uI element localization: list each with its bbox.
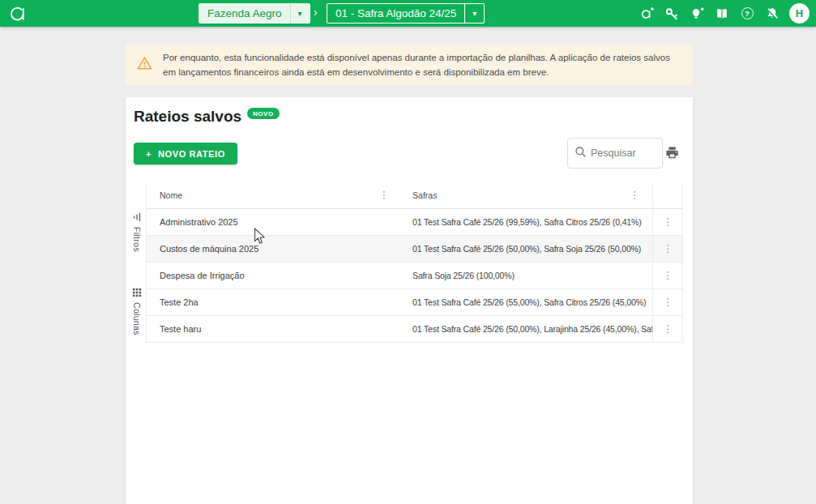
search-input[interactable] [591,147,656,159]
warning-banner: Por enquanto, esta funcionalidade está d… [126,45,693,85]
rateios-table: Nome ⋮ Safras ⋮ Administrativo 2025 01 T… [146,182,683,343]
column-header-safras: Safras ⋮ [397,182,652,208]
row-actions-cell: ⋮ [652,209,682,235]
appbar-icon-group: ? H [639,0,810,27]
columns-grid-icon [132,288,142,297]
idea-icon[interactable] [689,6,705,22]
table-row[interactable]: Teste haru 01 Test Safra Café 25/26 (50,… [147,316,682,343]
row-menu-icon[interactable]: ⋮ [663,244,673,254]
card-title-row: Rateios salvos NOVO [134,108,280,126]
help-icon[interactable]: ? [739,6,755,22]
app-header: Fazenda Aegro ▾ › 01 - Safra Algodão 24/… [0,0,816,27]
aegro-logo-icon[interactable] [7,2,28,27]
table-body: Administrativo 2025 01 Test Safra Café 2… [147,209,682,343]
row-safras-cell: 01 Test Safra Café 25/26 (99,59%), Safra… [397,209,652,235]
row-actions-cell: ⋮ [652,236,682,262]
row-menu-icon[interactable]: ⋮ [663,217,673,228]
column-menu-icon[interactable]: ⋮ [630,190,640,201]
row-nome-cell: Despesa de Irrigação [147,263,397,288]
novo-badge: NOVO [247,108,280,119]
row-safras-cell: 01 Test Safra Café 25/26 (55,00%), Safra… [397,289,652,315]
row-safras-cell: 01 Test Safra Café 25/26 (50,00%), Safra… [397,236,652,262]
notifications-muted-icon[interactable] [764,6,780,22]
column-header-actions [652,182,682,208]
table-row[interactable]: Teste 2ha 01 Test Safra Café 25/26 (55,0… [147,289,682,316]
page: Fazenda Aegro ▾ › 01 - Safra Algodão 24/… [0,0,816,504]
breadcrumb-separator: › [314,6,318,19]
new-rateio-button[interactable]: + NOVO RATEIO [134,143,237,164]
row-actions-cell: ⋮ [652,289,682,315]
warning-icon [137,56,152,74]
invite-icon[interactable] [639,6,655,22]
row-safras-cell: 01 Test Safra Café 25/26 (50,00%), Laraj… [397,316,652,342]
column-menu-icon[interactable]: ⋮ [379,190,390,201]
column-label: Safras [412,190,437,200]
table-row[interactable]: Administrativo 2025 01 Test Safra Café 2… [147,209,682,236]
column-header-nome: Nome ⋮ [147,182,397,208]
chevron-down-icon[interactable]: ▾ [464,4,484,23]
row-menu-icon[interactable]: ⋮ [663,324,673,335]
new-rateio-label: NOVO RATEIO [158,149,225,159]
warning-text: Por enquanto, esta funcionalidade está d… [163,50,675,79]
harvest-selector[interactable]: 01 - Safra Algodão 24/25 ▾ [327,3,485,23]
search-box [567,138,663,169]
help-glyph: ? [741,7,754,19]
row-nome-cell: Teste 2ha [147,289,397,315]
plus-icon: + [146,149,152,159]
key-icon[interactable] [664,6,680,22]
farm-selector[interactable]: Fazenda Aegro ▾ [199,3,310,23]
chevron-down-icon[interactable]: ▾ [290,4,310,23]
print-button[interactable] [665,146,679,163]
sidebar-tab-filtros[interactable]: Filtros [126,212,147,252]
page-title: Rateios salvos [134,108,241,126]
sidebar-tab-label: Filtros [132,227,142,252]
row-nome-cell: Custos de máquina 2025 [147,236,397,262]
row-nome-cell: Administrativo 2025 [147,209,397,235]
sidebar-tab-label: Colunas [132,302,142,335]
row-actions-cell: ⋮ [652,316,682,342]
table-row[interactable]: Despesa de Irrigação Safra Soja 25/26 (1… [147,263,682,289]
filter-icon [132,212,142,222]
row-nome-cell: Teste haru [147,316,397,342]
user-avatar[interactable]: H [789,3,810,23]
column-label: Nome [160,190,182,200]
row-menu-icon[interactable]: ⋮ [663,271,673,281]
academy-book-icon[interactable] [714,6,730,22]
search-icon [575,146,587,161]
sidebar-tab-colunas[interactable]: Colunas [126,288,147,335]
row-safras-cell: Safra Soja 25/26 (100,00%) [397,263,652,288]
harvest-selector-value: 01 - Safra Algodão 24/25 [327,7,464,19]
table-row[interactable]: Custos de máquina 2025 01 Test Safra Caf… [147,236,682,263]
table-header: Nome ⋮ Safras ⋮ [147,182,682,209]
row-actions-cell: ⋮ [652,263,682,288]
farm-selector-value: Fazenda Aegro [199,7,290,19]
rateios-card: Rateios salvos NOVO + NOVO RATEIO [126,97,693,504]
row-menu-icon[interactable]: ⋮ [663,297,673,308]
